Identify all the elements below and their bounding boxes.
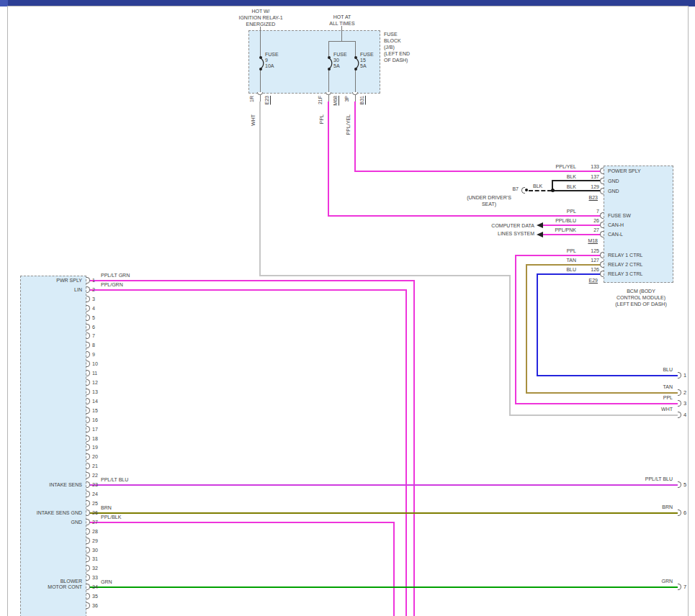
pin-arc [600, 222, 604, 228]
fuse-rating: 5A [333, 63, 340, 69]
fuse-lead [355, 70, 356, 93]
wire-ppl-segment [328, 215, 604, 217]
pin-label: LIN [20, 287, 82, 293]
wiring-diagram-canvas: FUSE 9 10A FUSE 30 5A FUSE 15 5A HOT W/ … [0, 0, 695, 616]
pin-arc [600, 271, 604, 277]
supply-line [355, 41, 356, 57]
connector-id: E23 [264, 96, 269, 104]
wire-relay1-ppl-segment [515, 255, 604, 256]
wire-color-label: BLU [497, 267, 576, 273]
supply-line [341, 26, 342, 41]
fuse-icon [351, 55, 360, 71]
pin-number: 22 [92, 473, 98, 479]
bcm-pin-function: RELAY 1 CTRL [608, 253, 642, 258]
fuse-name: FUSE [333, 52, 347, 58]
connector-id: B23 [562, 195, 598, 201]
fuse-block-caption: FUSE BLOCK (J/B) (LEFT END OF DASH) [384, 31, 410, 63]
fuse-icon [256, 55, 265, 71]
pin-number: 8 [92, 343, 95, 348]
pin-arc [600, 188, 604, 194]
pin-number: 20 [92, 454, 98, 460]
pin-arc [600, 252, 604, 258]
right-pin-number: 4 [683, 412, 686, 418]
bcm-pin-function: GND [608, 178, 619, 184]
pin-number: 27 [92, 520, 98, 525]
pin-number: 14 [92, 399, 98, 404]
pin-number: 25 [92, 501, 98, 507]
wire-blk-segment [552, 180, 604, 181]
wire-color-label: TAN [595, 384, 673, 390]
bcm-pin-number: 129 [578, 184, 599, 190]
pin-number: 36 [92, 603, 98, 609]
wire-color-label: BRN [101, 505, 112, 511]
wire-ppl-grn-segment [89, 289, 407, 291]
fuse-exit-stub [328, 95, 329, 101]
fuse-lead [328, 70, 329, 93]
wire-color-label: GRN [101, 579, 112, 585]
wire-relay3-blu-segment [537, 375, 678, 376]
pin-number: 35 [92, 594, 98, 599]
pin-number: 4 [92, 306, 95, 312]
pin-number: 28 [92, 529, 98, 535]
connector-id: E29 [562, 278, 598, 284]
fuse-name: FUSE [265, 52, 279, 58]
fuse-cavity-id: 3P [344, 96, 349, 102]
wire-color-label: BLK [497, 184, 576, 190]
label-line: FUSE [384, 31, 410, 37]
bcm-pin-number: 27 [578, 227, 599, 233]
pin-number: 13 [92, 389, 98, 395]
wire-color-label: PPL/YEL [497, 164, 576, 170]
wire-relay1-ppl-segment [515, 255, 516, 404]
pin-number: 17 [92, 427, 98, 432]
right-pin-number: 3 [683, 401, 686, 407]
bcm-pin-function: CAN-H [608, 222, 624, 228]
pin-number: 16 [92, 417, 98, 423]
bcm-pin-number: 26 [578, 218, 599, 224]
pin-number: 2 [92, 287, 95, 293]
pin-number: 11 [92, 371, 97, 376]
label-line: BLOCK [384, 37, 410, 44]
label-line: (UNDER DRIVER'S [456, 194, 522, 201]
label-line: BCM (BODY [598, 288, 684, 294]
wire-color-label: PPL/PNK [497, 227, 576, 233]
right-pin-number: 2 [683, 390, 686, 396]
wire-ppl-blk-segment [89, 522, 395, 523]
wire-color-label: BLK [497, 174, 576, 180]
pin-number: 29 [92, 538, 98, 544]
right-pin-number: 5 [683, 482, 686, 488]
right-pin-number: 6 [683, 510, 686, 516]
bcm-pin-function: POWER SPLY [608, 168, 641, 174]
wire-wht-segment [509, 275, 511, 416]
pin-label: INTAKE SENS GND [20, 510, 82, 516]
splice-caption: (UNDER DRIVER'S SEAT) [456, 194, 522, 207]
bcm-pin-number: 7 [578, 209, 599, 214]
wire-ppl-yel-segment [354, 171, 604, 172]
wire-color-label: PPL/LT GRN [101, 273, 130, 278]
bcm-pin-function: RELAY 3 CTRL [608, 271, 642, 277]
bcm-pin-number: 133 [578, 164, 599, 170]
fuse-cavity-id: 1R [249, 96, 254, 102]
bcm-pin-function: GND [608, 189, 619, 194]
pin-number: 3 [92, 296, 95, 302]
connector-id: M18 [562, 238, 598, 244]
wire-color-label: PPL [497, 248, 576, 254]
bcm-pin-number: 127 [578, 258, 599, 263]
bcm-pin-function: CAN-L [608, 232, 623, 237]
label-line: OF DASH) [384, 57, 410, 63]
pin-number: 34 [92, 584, 98, 590]
wire-grn-segment [89, 586, 678, 588]
wire-blk-dashed-segment [529, 190, 552, 191]
wire-color-label: PPL [319, 114, 324, 124]
wire-relay1-ppl-segment [515, 403, 678, 404]
bcm-pin-number: 137 [578, 174, 599, 180]
wire-color-label: BRN [595, 504, 673, 510]
bcm-caption: BCM (BODY CONTROL MODULE) (LEFT END OF D… [598, 288, 684, 307]
label-line: HOT W/ [218, 8, 304, 14]
wire-color-label: PPL/GRN [101, 282, 123, 288]
label-line: IGNITION RELAY-1 [218, 14, 304, 21]
wire-color-label: PPL [595, 395, 673, 401]
fuse-rating: 10A [265, 63, 274, 69]
label-line: ALL TIMES [306, 20, 378, 27]
pin-number: 5 [92, 315, 95, 321]
fuse-name: FUSE [360, 52, 374, 58]
